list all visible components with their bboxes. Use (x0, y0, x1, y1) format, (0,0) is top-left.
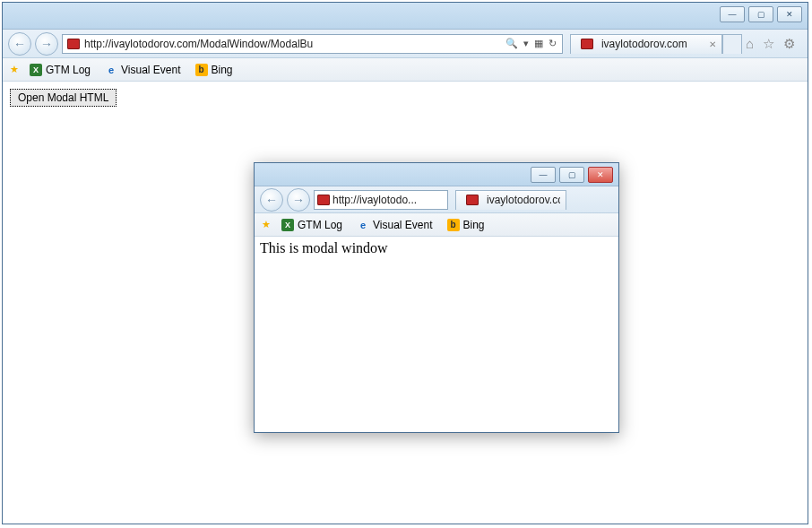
tab-favicon (464, 192, 480, 208)
modal-address-bar: 🔍 ▾ ▦ ↻ (314, 190, 448, 210)
compat-icon[interactable]: ▦ (534, 38, 543, 49)
lastpass-icon (317, 195, 330, 205)
favbar-item-visual-event[interactable]: e Visual Event (351, 217, 438, 233)
minimize-icon: — (729, 10, 737, 19)
modal-back-button[interactable]: ← (260, 188, 283, 212)
ie-icon: e (357, 219, 369, 231)
tab-title: ivaylotodorov.com (601, 38, 687, 50)
favorites-bar: ★ X GTM Log e Visual Event b Bing (3, 58, 808, 82)
add-favorite-icon[interactable]: ★ (8, 64, 21, 76)
favbar-item-gtm-log[interactable]: X GTM Log (24, 62, 96, 78)
maximize-icon: ▢ (568, 170, 576, 179)
forward-icon: → (292, 193, 305, 207)
site-icon (65, 36, 82, 52)
search-icon[interactable]: 🔍 (505, 38, 518, 49)
add-favorite-icon[interactable]: ★ (260, 219, 272, 231)
favbar-label: Visual Event (373, 219, 433, 231)
titlebar: — ▢ ✕ (3, 3, 808, 30)
maximize-icon: ▢ (757, 10, 765, 19)
modal-site-icon (317, 192, 330, 208)
back-button[interactable]: ← (8, 32, 31, 56)
tools-icon[interactable]: ⚙ (783, 36, 795, 52)
favbar-label: GTM Log (46, 64, 91, 76)
maximize-button[interactable]: ▢ (748, 6, 773, 22)
modal-tab-strip: ivaylotodorov.com (455, 190, 566, 210)
forward-icon: → (40, 37, 53, 51)
ie-icon: e (105, 64, 117, 76)
modal-forward-button[interactable]: → (287, 188, 310, 212)
tab-strip: ivaylotodorov.com ✕ (570, 34, 742, 54)
favbar-item-bing[interactable]: b Bing (190, 62, 238, 78)
minimize-button[interactable]: — (720, 6, 745, 22)
close-icon: ✕ (597, 170, 604, 179)
command-bar: ⌂ ☆ ⚙ (746, 36, 802, 52)
minimize-icon: — (540, 170, 548, 179)
modal-nav-bar: ← → 🔍 ▾ ▦ ↻ ivaylotodorov.com (255, 186, 618, 213)
modal-close-button[interactable]: ✕ (588, 167, 613, 183)
page-content: Open Modal HTML — ▢ ✕ ← → 🔍 ▾ ▦ ↻ (3, 82, 808, 524)
lastpass-icon (581, 39, 593, 49)
modal-body-text: This is modal window (260, 240, 613, 256)
favbar-item-visual-event[interactable]: e Visual Event (99, 62, 186, 78)
favbar-label: Bing (212, 64, 233, 76)
ie-modal-window: — ▢ ✕ ← → 🔍 ▾ ▦ ↻ (254, 162, 619, 433)
address-bar: 🔍 ▾ ▦ ↻ (62, 34, 563, 54)
favbar-label: Visual Event (121, 64, 181, 76)
bing-icon: b (447, 219, 460, 231)
favbar-item-gtm-log[interactable]: X GTM Log (276, 217, 348, 233)
back-icon: ← (13, 37, 26, 51)
forward-button[interactable]: → (35, 32, 58, 56)
modal-content: This is modal window (255, 237, 618, 432)
open-modal-button[interactable]: Open Modal HTML (10, 89, 117, 107)
favbar-label: GTM Log (298, 219, 342, 231)
lastpass-icon (466, 195, 479, 205)
back-icon: ← (265, 193, 278, 207)
bing-icon: b (195, 64, 208, 76)
modal-tab-active[interactable]: ivaylotodorov.com (455, 190, 566, 210)
favbar-item-bing[interactable]: b Bing (442, 217, 490, 233)
excel-icon: X (281, 219, 294, 231)
refresh-icon[interactable]: ↻ (549, 38, 557, 49)
close-window-button[interactable]: ✕ (777, 6, 802, 22)
close-icon: ✕ (786, 10, 793, 19)
search-dropdown-icon[interactable]: ▾ (523, 38, 529, 49)
tab-favicon (579, 36, 595, 52)
tab-active[interactable]: ivaylotodorov.com ✕ (570, 34, 722, 54)
modal-maximize-button[interactable]: ▢ (559, 167, 584, 183)
modal-minimize-button[interactable]: — (531, 167, 556, 183)
favorites-icon[interactable]: ☆ (763, 36, 774, 52)
home-icon[interactable]: ⌂ (746, 36, 754, 52)
new-tab-button[interactable] (722, 34, 742, 54)
modal-url-input[interactable] (333, 194, 448, 206)
tab-close-icon[interactable]: ✕ (709, 39, 716, 49)
nav-bar: ← → 🔍 ▾ ▦ ↻ ivaylotodorov.com ✕ ⌂ ☆ ⚙ (3, 30, 808, 58)
excel-icon: X (30, 64, 42, 76)
modal-titlebar: — ▢ ✕ (255, 163, 618, 186)
lastpass-icon (67, 39, 80, 49)
modal-favorites-bar: ★ X GTM Log e Visual Event b Bing (255, 213, 618, 237)
tab-title: ivaylotodorov.com (487, 194, 560, 206)
url-input[interactable] (84, 38, 500, 50)
ie-main-window: — ▢ ✕ ← → 🔍 ▾ ▦ ↻ ivaylotodorov.com ✕ (2, 2, 808, 524)
favbar-label: Bing (463, 219, 485, 231)
address-right-controls: 🔍 ▾ ▦ ↻ (500, 38, 562, 49)
